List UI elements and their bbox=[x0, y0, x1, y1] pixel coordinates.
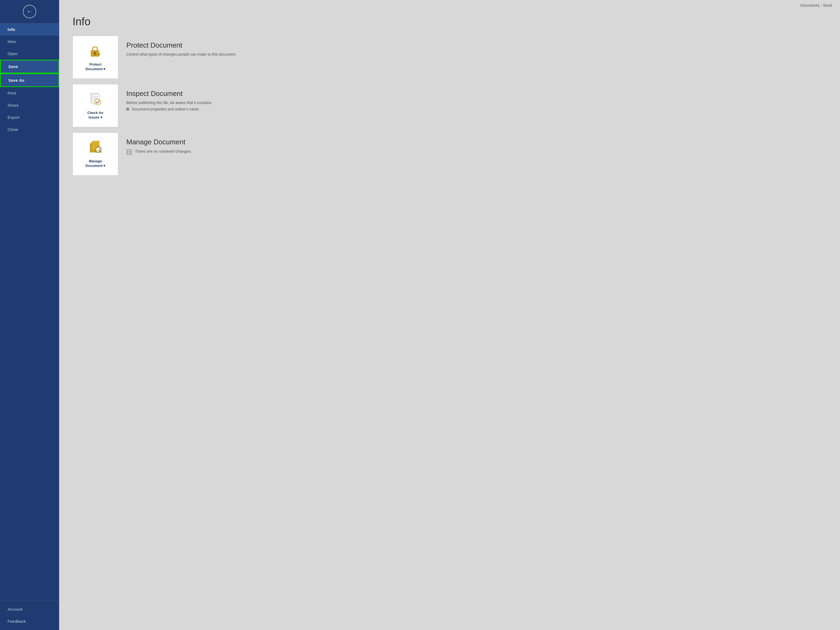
check-for-issues-button[interactable]: Check for Issues ▾ bbox=[73, 84, 118, 127]
bullet-icon bbox=[126, 108, 129, 111]
window-title: Document1 - Word bbox=[801, 3, 832, 8]
sidebar-bottom: Account Feedback bbox=[0, 603, 59, 630]
manage-document-label: Manage Document ▾ bbox=[85, 159, 105, 168]
sidebar-item-open[interactable]: Open bbox=[0, 47, 59, 60]
manage-detail-text: There are no unsaved changes. bbox=[135, 149, 192, 153]
inspect-document-title: Inspect Document bbox=[126, 90, 818, 98]
inspect-document-detail: Document properties and author's name bbox=[126, 107, 818, 111]
protect-document-label: Protect Document ▾ bbox=[85, 62, 105, 71]
manage-document-detail: There are no unsaved changes. bbox=[126, 149, 818, 155]
main-content: Document1 - Word Info bbox=[59, 0, 840, 630]
inspect-document-content: Inspect Document Before publishing this … bbox=[118, 84, 827, 117]
inspect-detail-text: Document properties and author's name bbox=[132, 107, 199, 111]
manage-document-icon bbox=[88, 140, 103, 157]
svg-point-10 bbox=[95, 99, 101, 105]
protect-document-card: Protect Document ▾ Protect Document Cont… bbox=[73, 36, 827, 79]
sidebar-divider bbox=[0, 601, 59, 601]
svg-point-1 bbox=[93, 52, 96, 54]
sidebar-item-print[interactable]: Print bbox=[0, 87, 59, 99]
protect-document-desc: Control what types of changes people can… bbox=[126, 52, 818, 57]
check-for-issues-label: Check for Issues ▾ bbox=[87, 111, 104, 120]
sidebar-item-export[interactable]: Export bbox=[0, 111, 59, 123]
svg-rect-2 bbox=[94, 54, 95, 56]
manage-document-title: Manage Document bbox=[126, 138, 818, 146]
sidebar-item-share[interactable]: Share bbox=[0, 99, 59, 111]
inspect-document-card: Check for Issues ▾ Inspect Document Befo… bbox=[73, 84, 827, 127]
unsaved-doc-icon bbox=[126, 149, 132, 155]
lock-icon bbox=[88, 43, 103, 60]
sidebar-item-save[interactable]: Save bbox=[0, 60, 59, 73]
sidebar-item-close[interactable]: Close bbox=[0, 123, 59, 136]
page-title: Info bbox=[59, 8, 840, 36]
back-arrow-icon[interactable]: ← bbox=[23, 5, 36, 18]
manage-document-card: Manage Document ▾ Manage Document There … bbox=[73, 133, 827, 175]
manage-document-button[interactable]: Manage Document ▾ bbox=[73, 133, 118, 175]
back-button[interactable]: ← bbox=[0, 0, 59, 24]
title-bar: Document1 - Word bbox=[59, 0, 840, 8]
sidebar-item-feedback[interactable]: Feedback bbox=[0, 615, 59, 627]
inspect-document-desc: Before publishing this file, be aware th… bbox=[126, 101, 818, 105]
check-issues-icon bbox=[88, 92, 103, 109]
nav-items: Info New Open Save Save As Print Share E… bbox=[0, 24, 59, 598]
sidebar: ← Info New Open Save Save As Print Share… bbox=[0, 0, 59, 630]
sidebar-item-new[interactable]: New bbox=[0, 35, 59, 47]
sidebar-item-account[interactable]: Account bbox=[0, 603, 59, 615]
protect-document-button[interactable]: Protect Document ▾ bbox=[73, 36, 118, 79]
sidebar-item-info[interactable]: Info bbox=[0, 24, 59, 35]
sidebar-item-saveas[interactable]: Save As bbox=[0, 73, 59, 87]
manage-document-content: Manage Document There are no unsaved cha… bbox=[118, 133, 827, 161]
info-cards: Protect Document ▾ Protect Document Cont… bbox=[59, 36, 840, 175]
protect-document-content: Protect Document Control what types of c… bbox=[118, 36, 827, 64]
protect-document-title: Protect Document bbox=[126, 41, 818, 49]
